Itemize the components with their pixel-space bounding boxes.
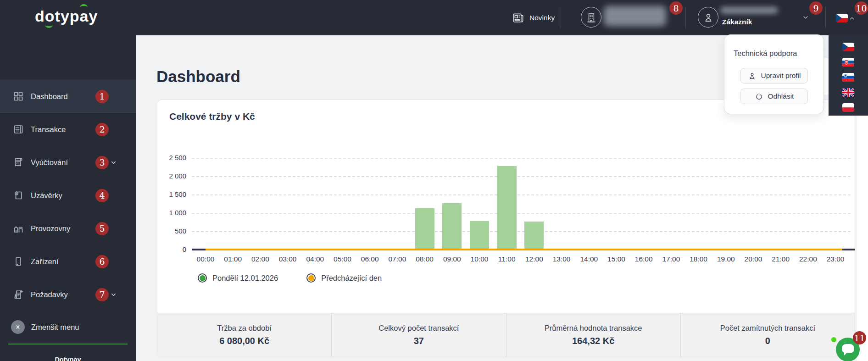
- y-axis-tick: 2 500: [161, 154, 186, 161]
- chat-widget-button[interactable]: 11: [836, 338, 860, 361]
- stat-label: Počet zamítnutých transakcí: [720, 324, 815, 333]
- gridline: [192, 231, 851, 232]
- x-axis-tick: 04:00: [300, 255, 330, 263]
- stat-cell-1: Celkový počet transakcí37: [331, 313, 506, 357]
- sidebar-item-closures[interactable]: Uzávěrky4: [0, 179, 136, 212]
- customer-role-label: Zákazník: [722, 18, 752, 26]
- sidebar-item-label: Uzávěrky: [31, 191, 62, 200]
- sidebar-item-label: Provozovny: [31, 224, 70, 233]
- header-divider: [561, 7, 561, 28]
- sidebar-item-requests[interactable]: Požadavky7: [0, 278, 136, 311]
- stat-cell-3: Počet zamítnutých transakcí0: [680, 313, 855, 357]
- revenue-bar-08:00: [415, 208, 434, 249]
- polish-flag-icon: [842, 103, 854, 112]
- stat-label: Celkový počet transakcí: [378, 324, 459, 333]
- chevron-down-icon[interactable]: [110, 159, 117, 166]
- edit-profile-label: Upravit profil: [761, 72, 801, 80]
- language-option-czech[interactable]: [842, 43, 854, 51]
- merchant-name-redacted: [604, 6, 666, 26]
- legend-item-previous-day: Předcházející den: [306, 273, 382, 283]
- british-flag-icon: [842, 88, 854, 97]
- legend-item-today: Pondělí 12.01.2026: [198, 273, 278, 283]
- x-axis-tick: 23:00: [821, 255, 850, 263]
- x-axis-tick: 22:00: [793, 255, 823, 263]
- header-divider: [825, 7, 826, 28]
- annotation-badge-8: 8: [669, 1, 683, 15]
- top-header: dotypay Novinky 8 Zákazník: [0, 0, 868, 35]
- x-axis-tick: 20:00: [739, 255, 768, 263]
- annotation-badge-11: 11: [853, 331, 866, 344]
- sidebar-item-dashboard[interactable]: Dashboard1: [0, 80, 136, 113]
- transactions-icon: [12, 123, 24, 135]
- gridline: [192, 213, 851, 214]
- x-axis-tick: 03:00: [273, 255, 302, 263]
- sidebar-item-billing[interactable]: Vyúčtování3: [0, 146, 136, 179]
- chevron-down-icon[interactable]: [802, 14, 809, 23]
- sidebar-item-label: Zařízení: [31, 257, 59, 266]
- previous-day-line-series: [206, 249, 842, 250]
- collapse-menu-button[interactable]: Zmenšit menu: [0, 315, 136, 339]
- sidebar-divider: [8, 344, 128, 344]
- chevron-down-icon[interactable]: [110, 291, 117, 298]
- edit-profile-button[interactable]: Upravit profil: [740, 68, 808, 83]
- support-popover: Technická podpora Upravit profil Odhlási…: [724, 34, 824, 114]
- current-language-czech-flag-icon[interactable]: [836, 14, 848, 22]
- language-option-slovenian[interactable]: [842, 73, 854, 82]
- x-axis-tick: 06:00: [355, 255, 384, 263]
- x-axis-tick: 07:00: [383, 255, 412, 263]
- sidebar-item-devices[interactable]: Zařízení6: [0, 245, 136, 278]
- language-option-british[interactable]: [842, 88, 854, 97]
- y-axis-tick: 1 000: [161, 209, 186, 217]
- language-option-slovak[interactable]: [842, 58, 854, 67]
- legend-label: Pondělí 12.01.2026: [212, 274, 278, 283]
- x-axis-tick: 05:00: [328, 255, 357, 263]
- customer-person-icon[interactable]: [698, 7, 718, 28]
- revenue-bar-12:00: [524, 222, 544, 249]
- merchant-building-icon[interactable]: [581, 7, 601, 28]
- sidebar-item-stores[interactable]: Provozovny5: [0, 212, 136, 245]
- orange-legend-dot-icon: [306, 273, 316, 283]
- chart-title: Celkové tržby v Kč: [169, 111, 255, 122]
- newspaper-icon: [512, 11, 525, 24]
- online-status-dot: [831, 337, 836, 342]
- sidebar-item-label: Transakce: [31, 125, 66, 134]
- requests-icon: [12, 289, 24, 300]
- customer-name-redacted: [720, 7, 778, 14]
- logout-button[interactable]: Odhlásit: [740, 89, 808, 104]
- language-option-polish[interactable]: [842, 103, 854, 112]
- news-menu-item[interactable]: Novinky: [512, 0, 555, 35]
- stat-value: 0: [765, 336, 770, 346]
- chart-legend: Pondělí 12.01.2026 Předcházející den: [198, 273, 382, 283]
- news-label: Novinky: [529, 14, 555, 22]
- x-axis-tick: 19:00: [711, 255, 740, 263]
- annotation-badge-5: 5: [95, 222, 109, 235]
- sidebar-item-label: Požadavky: [31, 290, 68, 299]
- revenue-bar-09:00: [442, 203, 462, 249]
- y-axis-tick: 1 500: [161, 190, 186, 198]
- revenue-bar-10:00: [470, 221, 489, 249]
- annotation-badge-4: 4: [95, 189, 109, 202]
- logout-label: Odhlásit: [768, 92, 794, 100]
- stat-value: 6 080,00 Kč: [219, 336, 269, 346]
- x-axis-tick: 21:00: [766, 255, 796, 263]
- slovenian-flag-icon: [842, 73, 854, 82]
- slovak-flag-icon: [842, 58, 854, 67]
- chevron-up-icon[interactable]: [849, 15, 855, 23]
- czech-flag-icon: [842, 43, 854, 51]
- x-axis-tick: 13:00: [547, 255, 576, 263]
- gridline: [192, 194, 851, 195]
- y-axis-tick: 0: [161, 245, 186, 253]
- revenue-bar-11:00: [497, 166, 517, 249]
- collapse-menu-label: Zmenšit menu: [31, 323, 79, 332]
- annotation-badge-7: 7: [95, 288, 109, 301]
- dotypay-logo[interactable]: dotypay: [35, 7, 98, 25]
- x-axis-tick: 09:00: [437, 255, 467, 263]
- sidebar-item-label: Dashboard: [31, 92, 68, 101]
- x-axis-tick: 08:00: [410, 255, 440, 263]
- legend-label: Předcházející den: [321, 274, 382, 283]
- gridline: [192, 176, 851, 177]
- support-popover-title: Technická podpora: [734, 49, 797, 58]
- stat-cell-2: Průměrná hodnota transakce164,32 Kč: [506, 313, 680, 357]
- sidebar-item-transactions[interactable]: Transakce2: [0, 113, 136, 146]
- annotation-badge-1: 1: [95, 90, 109, 103]
